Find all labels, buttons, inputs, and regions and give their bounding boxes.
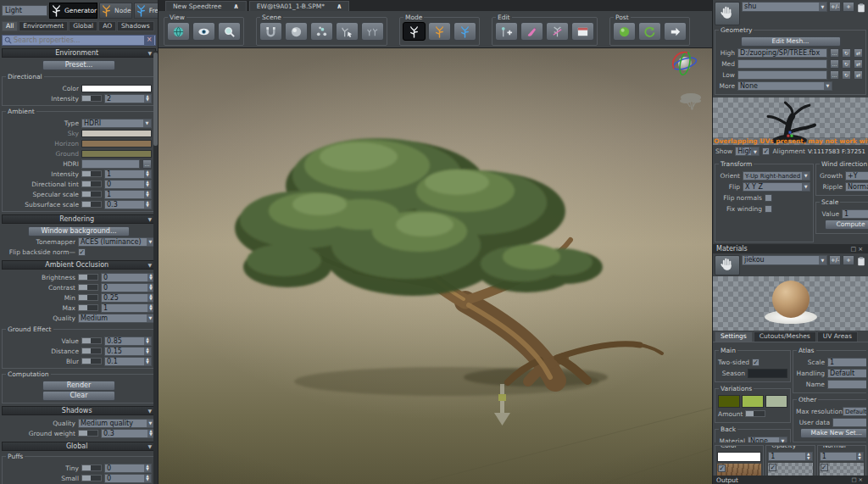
spinner[interactable]: ▲▼	[144, 348, 151, 355]
material-preview[interactable]	[713, 276, 868, 331]
mesh-preview[interactable]: Overlapping UVs present, may not work wi…	[713, 97, 868, 145]
sphere-button[interactable]	[285, 22, 308, 41]
reload-button[interactable]: ↻	[842, 48, 851, 58]
tab-settings[interactable]: Settings	[715, 331, 753, 342]
max-resolution-select[interactable]: Default▼	[843, 407, 866, 416]
float-panel-icon[interactable]: □	[851, 246, 859, 253]
value-field[interactable]: 0▲▼	[104, 474, 152, 483]
value-field[interactable]: 1▲▼	[104, 170, 152, 179]
tab-cutouts-meshes[interactable]: Cutouts/Meshes	[754, 331, 816, 342]
amount-slider[interactable]	[745, 410, 765, 417]
spinner[interactable]: ▲▼	[144, 358, 151, 365]
value-field[interactable]: 0▲▼	[104, 180, 152, 189]
export-button[interactable]: ⇄	[854, 70, 863, 80]
slider[interactable]	[81, 95, 102, 102]
render-button[interactable]	[613, 22, 636, 41]
spinner[interactable]: ▲▼	[805, 453, 812, 460]
make-new-set-button[interactable]: Make New Set...	[800, 428, 866, 438]
slider[interactable]	[81, 465, 102, 471]
section-header-ambient-occlusion[interactable]: Ambient Occlusion▼	[2, 260, 156, 270]
scatter-button[interactable]	[310, 22, 333, 41]
slider[interactable]	[81, 358, 102, 364]
section-header-environment[interactable]: Environment▼	[2, 48, 156, 58]
opacity-value-field[interactable]: 1▲▼	[768, 452, 812, 461]
material-select[interactable]: jiekou ▼	[742, 255, 827, 265]
ripple-select[interactable]: Normal▼	[845, 182, 868, 192]
variation-swatch[interactable]	[765, 395, 787, 408]
scale-value-field[interactable]: 1▲▼	[842, 209, 868, 219]
render-button[interactable]: Render	[42, 381, 115, 391]
3d-viewport[interactable]	[159, 47, 712, 484]
chevron-down-icon[interactable]: ▼	[143, 120, 151, 127]
value-field[interactable]: 1▲▼	[101, 303, 155, 313]
tab-uv-areas[interactable]: UV Areas	[817, 331, 858, 342]
export-button[interactable]: ⇄	[854, 48, 863, 58]
normal-value-field[interactable]: 1▲▼	[820, 452, 864, 461]
orient-select[interactable]: Y-Up Right-handed▼	[743, 171, 810, 181]
panel-button[interactable]	[571, 22, 594, 41]
atlas-scale-field[interactable]: 1▲▼	[827, 358, 866, 367]
color-swatch[interactable]	[81, 85, 152, 92]
add-button[interactable]: +	[843, 2, 854, 12]
user-data-field[interactable]	[832, 418, 866, 427]
season-swatch[interactable]	[748, 369, 787, 378]
tab-generator[interactable]: Generator	[49, 3, 97, 19]
value-field[interactable]: 2▲▼	[104, 94, 152, 103]
clipboard-button[interactable]	[856, 255, 866, 267]
rebuild-button[interactable]	[638, 22, 661, 41]
hand-tool-button[interactable]	[715, 2, 740, 25]
float-panel-icon[interactable]: □	[851, 476, 858, 483]
slider[interactable]	[81, 170, 102, 177]
hand-tool-button[interactable]	[715, 255, 740, 275]
filter-tab-global[interactable]: Global	[69, 21, 97, 31]
spinner[interactable]: ▲▼	[856, 453, 863, 460]
browse-button[interactable]: …	[830, 59, 839, 69]
browse-button[interactable]: …	[830, 70, 839, 80]
value-field[interactable]: 1▲▼	[104, 190, 152, 199]
magnet-button[interactable]	[259, 22, 282, 41]
variation-swatch[interactable]	[742, 395, 764, 408]
window-background-button[interactable]: Window background...	[28, 226, 129, 236]
flip-select[interactable]: X Y Z▼	[743, 182, 810, 192]
spinner[interactable]: ▲▼	[144, 475, 151, 482]
add-remove-button[interactable]: +/-	[829, 255, 841, 265]
alignment-checkbox[interactable]: ✓	[762, 147, 770, 155]
dropdown[interactable]: Medium▼	[78, 314, 155, 323]
reload-button[interactable]: ↻	[842, 59, 851, 69]
value-field[interactable]: 0▲▼	[101, 273, 155, 282]
dropdown[interactable]: HDRI▼	[81, 119, 152, 128]
spinner[interactable]: ▲▼	[144, 337, 151, 345]
color-swatch[interactable]	[81, 130, 152, 137]
slider[interactable]	[81, 201, 102, 208]
fix-winding-checkbox[interactable]	[765, 205, 772, 213]
spinner[interactable]: ▲▼	[144, 191, 151, 198]
doc-tab-file[interactable]: EW@t9A01_1-B.SPM* ∧	[249, 1, 350, 11]
variation-swatch[interactable]	[718, 395, 740, 408]
opacity-map-checkbox[interactable]: ✓	[769, 464, 776, 471]
chevron-down-icon[interactable]: ▼	[802, 172, 810, 180]
node-tree-button[interactable]	[428, 22, 451, 41]
slider[interactable]	[81, 191, 102, 197]
more-select[interactable]: None▼	[737, 81, 832, 91]
close-icon[interactable]: ×	[859, 476, 865, 483]
normal-map-checkbox[interactable]: ✓	[821, 464, 828, 471]
chevron-down-icon[interactable]: ▼	[779, 437, 787, 443]
two-sided-checkbox[interactable]: ✓	[752, 359, 760, 366]
search-input[interactable]	[14, 36, 144, 44]
handling-select[interactable]: Default▼	[827, 369, 866, 378]
preset-button[interactable]: Preset...	[42, 60, 115, 70]
slider[interactable]	[81, 181, 102, 187]
value-field[interactable]: 0.3▲▼	[104, 200, 152, 209]
filter-tab-ao[interactable]: AO	[98, 21, 116, 31]
export-button[interactable]: ⇄	[854, 59, 863, 69]
color-swatch[interactable]	[717, 452, 761, 462]
slider[interactable]	[78, 304, 98, 311]
slider[interactable]	[81, 475, 102, 481]
doc-tab-new[interactable]: New Speedtree ∧	[165, 1, 247, 11]
prune-button[interactable]	[546, 22, 569, 41]
magnifier-button[interactable]	[218, 22, 241, 41]
eye-button[interactable]	[192, 22, 215, 41]
flip-normals-checkbox[interactable]	[765, 194, 772, 202]
lod-med-field[interactable]	[737, 59, 827, 69]
collapse-chevron-icon[interactable]: ∧	[233, 2, 239, 11]
